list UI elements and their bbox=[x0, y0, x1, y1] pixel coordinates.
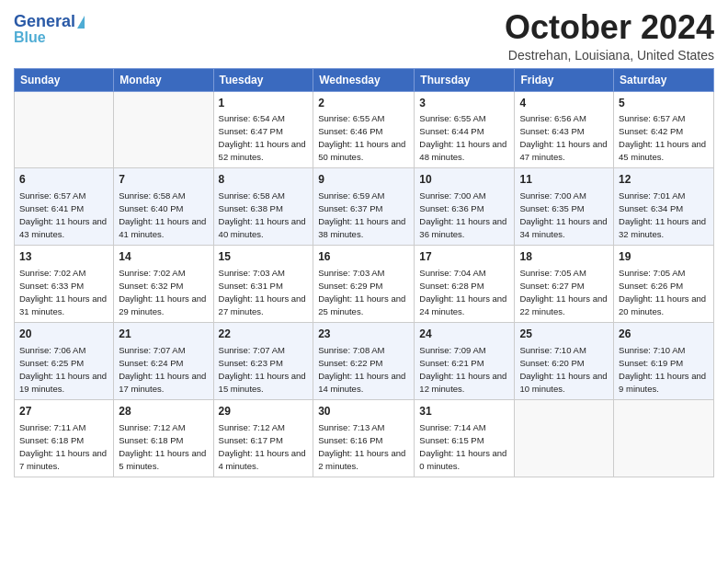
day-info: Sunrise: 6:55 AMSunset: 6:46 PMDaylight:… bbox=[318, 113, 405, 162]
day-number: 28 bbox=[119, 404, 208, 419]
day-info: Sunrise: 6:55 AMSunset: 6:44 PMDaylight:… bbox=[419, 113, 506, 162]
calendar-table: SundayMondayTuesdayWednesdayThursdayFrid… bbox=[14, 68, 714, 477]
day-number: 23 bbox=[318, 327, 409, 342]
day-number: 18 bbox=[519, 249, 609, 265]
calendar-cell: 15Sunrise: 7:03 AMSunset: 6:31 PMDayligh… bbox=[213, 246, 313, 323]
calendar-cell: 13Sunrise: 7:02 AMSunset: 6:33 PMDayligh… bbox=[15, 246, 114, 323]
day-info: Sunrise: 7:12 AMSunset: 6:18 PMDaylight:… bbox=[119, 422, 206, 471]
weekday-header-saturday: Saturday bbox=[614, 68, 714, 91]
weekday-header-thursday: Thursday bbox=[415, 68, 515, 91]
day-info: Sunrise: 7:04 AMSunset: 6:28 PMDaylight:… bbox=[419, 268, 506, 316]
day-info: Sunrise: 7:00 AMSunset: 6:35 PMDaylight:… bbox=[519, 190, 607, 239]
day-number: 3 bbox=[419, 96, 509, 111]
day-number: 8 bbox=[219, 172, 309, 188]
calendar-cell: 27Sunrise: 7:11 AMSunset: 6:18 PMDayligh… bbox=[15, 399, 114, 477]
day-info: Sunrise: 7:11 AMSunset: 6:18 PMDaylight:… bbox=[19, 422, 107, 471]
calendar-cell bbox=[515, 399, 614, 477]
day-number: 12 bbox=[619, 172, 709, 188]
day-number: 5 bbox=[619, 96, 709, 111]
calendar-cell bbox=[15, 91, 114, 168]
day-number: 27 bbox=[19, 404, 108, 419]
day-info: Sunrise: 7:09 AMSunset: 6:21 PMDaylight:… bbox=[419, 345, 506, 394]
day-info: Sunrise: 7:12 AMSunset: 6:17 PMDaylight:… bbox=[219, 422, 306, 471]
weekday-header-wednesday: Wednesday bbox=[313, 68, 415, 91]
day-info: Sunrise: 6:59 AMSunset: 6:37 PMDaylight:… bbox=[318, 190, 405, 239]
calendar-cell: 16Sunrise: 7:03 AMSunset: 6:29 PMDayligh… bbox=[313, 246, 415, 323]
weekday-header-tuesday: Tuesday bbox=[213, 68, 313, 91]
calendar-cell: 31Sunrise: 7:14 AMSunset: 6:15 PMDayligh… bbox=[415, 399, 515, 477]
calendar-cell: 24Sunrise: 7:09 AMSunset: 6:21 PMDayligh… bbox=[415, 322, 515, 399]
calendar-cell: 11Sunrise: 7:00 AMSunset: 6:35 PMDayligh… bbox=[515, 168, 614, 246]
day-info: Sunrise: 7:02 AMSunset: 6:33 PMDaylight:… bbox=[19, 268, 107, 316]
calendar-week-row: 27Sunrise: 7:11 AMSunset: 6:18 PMDayligh… bbox=[15, 399, 714, 477]
day-number: 10 bbox=[419, 172, 509, 188]
calendar-cell: 20Sunrise: 7:06 AMSunset: 6:25 PMDayligh… bbox=[15, 322, 114, 399]
day-number: 6 bbox=[19, 172, 108, 188]
day-info: Sunrise: 7:10 AMSunset: 6:20 PMDaylight:… bbox=[519, 345, 607, 394]
calendar-cell bbox=[614, 399, 714, 477]
day-number: 1 bbox=[219, 96, 309, 111]
calendar-cell: 25Sunrise: 7:10 AMSunset: 6:20 PMDayligh… bbox=[515, 322, 614, 399]
calendar-cell: 28Sunrise: 7:12 AMSunset: 6:18 PMDayligh… bbox=[114, 399, 213, 477]
day-info: Sunrise: 6:56 AMSunset: 6:43 PMDaylight:… bbox=[519, 113, 607, 162]
day-number: 26 bbox=[619, 327, 709, 342]
logo-triangle-icon bbox=[77, 16, 85, 29]
day-number: 30 bbox=[318, 404, 409, 419]
day-info: Sunrise: 7:00 AMSunset: 6:36 PMDaylight:… bbox=[419, 190, 506, 239]
weekday-header-monday: Monday bbox=[114, 68, 213, 91]
day-info: Sunrise: 7:03 AMSunset: 6:29 PMDaylight:… bbox=[318, 268, 405, 316]
day-info: Sunrise: 7:14 AMSunset: 6:15 PMDaylight:… bbox=[419, 422, 506, 471]
day-number: 22 bbox=[219, 327, 309, 342]
calendar-header-row: SundayMondayTuesdayWednesdayThursdayFrid… bbox=[15, 68, 714, 91]
day-number: 20 bbox=[19, 327, 108, 342]
day-number: 21 bbox=[119, 327, 208, 342]
calendar-cell: 17Sunrise: 7:04 AMSunset: 6:28 PMDayligh… bbox=[415, 246, 515, 323]
day-info: Sunrise: 7:07 AMSunset: 6:24 PMDaylight:… bbox=[119, 345, 206, 394]
logo: General Blue bbox=[14, 13, 85, 45]
calendar-week-row: 1Sunrise: 6:54 AMSunset: 6:47 PMDaylight… bbox=[15, 91, 714, 168]
day-number: 16 bbox=[318, 249, 409, 265]
day-number: 15 bbox=[219, 249, 309, 265]
calendar-cell: 29Sunrise: 7:12 AMSunset: 6:17 PMDayligh… bbox=[213, 399, 313, 477]
day-info: Sunrise: 7:07 AMSunset: 6:23 PMDaylight:… bbox=[219, 345, 306, 394]
day-info: Sunrise: 6:58 AMSunset: 6:40 PMDaylight:… bbox=[119, 190, 206, 239]
day-info: Sunrise: 7:01 AMSunset: 6:34 PMDaylight:… bbox=[619, 190, 706, 239]
calendar-cell: 19Sunrise: 7:05 AMSunset: 6:26 PMDayligh… bbox=[614, 246, 714, 323]
calendar-cell: 14Sunrise: 7:02 AMSunset: 6:32 PMDayligh… bbox=[114, 246, 213, 323]
calendar-cell: 21Sunrise: 7:07 AMSunset: 6:24 PMDayligh… bbox=[114, 322, 213, 399]
calendar-week-row: 20Sunrise: 7:06 AMSunset: 6:25 PMDayligh… bbox=[15, 322, 714, 399]
day-number: 25 bbox=[519, 327, 609, 342]
logo-text-blue: Blue bbox=[14, 29, 46, 46]
calendar-cell: 1Sunrise: 6:54 AMSunset: 6:47 PMDaylight… bbox=[213, 91, 313, 168]
calendar-cell: 10Sunrise: 7:00 AMSunset: 6:36 PMDayligh… bbox=[415, 168, 515, 246]
calendar-cell: 4Sunrise: 6:56 AMSunset: 6:43 PMDaylight… bbox=[515, 91, 614, 168]
day-info: Sunrise: 6:57 AMSunset: 6:41 PMDaylight:… bbox=[19, 190, 107, 239]
day-number: 7 bbox=[119, 172, 208, 188]
day-number: 2 bbox=[318, 96, 409, 111]
calendar-cell: 23Sunrise: 7:08 AMSunset: 6:22 PMDayligh… bbox=[313, 322, 415, 399]
calendar-cell: 30Sunrise: 7:13 AMSunset: 6:16 PMDayligh… bbox=[313, 399, 415, 477]
calendar-cell: 9Sunrise: 6:59 AMSunset: 6:37 PMDaylight… bbox=[313, 168, 415, 246]
day-info: Sunrise: 7:05 AMSunset: 6:26 PMDaylight:… bbox=[619, 268, 706, 316]
calendar-week-row: 13Sunrise: 7:02 AMSunset: 6:33 PMDayligh… bbox=[15, 246, 714, 323]
calendar-cell: 8Sunrise: 6:58 AMSunset: 6:38 PMDaylight… bbox=[213, 168, 313, 246]
calendar-cell: 2Sunrise: 6:55 AMSunset: 6:46 PMDaylight… bbox=[313, 91, 415, 168]
day-info: Sunrise: 6:57 AMSunset: 6:42 PMDaylight:… bbox=[619, 113, 706, 162]
day-number: 11 bbox=[519, 172, 609, 188]
page: General Blue October 2024 Destrehan, Lou… bbox=[0, 0, 728, 563]
day-info: Sunrise: 7:06 AMSunset: 6:25 PMDaylight:… bbox=[19, 345, 107, 394]
weekday-header-friday: Friday bbox=[515, 68, 614, 91]
day-number: 13 bbox=[19, 249, 108, 265]
calendar-cell: 7Sunrise: 6:58 AMSunset: 6:40 PMDaylight… bbox=[114, 168, 213, 246]
weekday-header-sunday: Sunday bbox=[15, 68, 114, 91]
day-number: 24 bbox=[419, 327, 509, 342]
calendar-cell: 5Sunrise: 6:57 AMSunset: 6:42 PMDaylight… bbox=[614, 91, 714, 168]
day-info: Sunrise: 7:03 AMSunset: 6:31 PMDaylight:… bbox=[219, 268, 306, 316]
day-number: 29 bbox=[219, 404, 309, 419]
day-info: Sunrise: 6:54 AMSunset: 6:47 PMDaylight:… bbox=[219, 113, 306, 162]
calendar-cell: 6Sunrise: 6:57 AMSunset: 6:41 PMDaylight… bbox=[15, 168, 114, 246]
day-info: Sunrise: 7:10 AMSunset: 6:19 PMDaylight:… bbox=[619, 345, 706, 394]
calendar-cell: 12Sunrise: 7:01 AMSunset: 6:34 PMDayligh… bbox=[614, 168, 714, 246]
day-info: Sunrise: 7:05 AMSunset: 6:27 PMDaylight:… bbox=[519, 268, 607, 316]
header: General Blue October 2024 Destrehan, Lou… bbox=[14, 9, 714, 63]
